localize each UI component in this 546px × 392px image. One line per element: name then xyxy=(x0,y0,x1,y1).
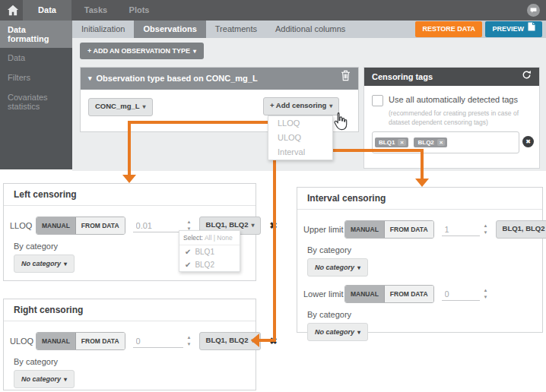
observation-column-select[interactable]: CONC_mg_L▾ xyxy=(88,98,153,116)
observation-column-label: CONC_mg_L xyxy=(95,102,140,110)
uloq-value-input[interactable] xyxy=(133,335,183,348)
upper-limit-label: Upper limit xyxy=(303,225,344,234)
no-category-label: No category xyxy=(21,260,61,267)
tags-option-label: BLQ2 xyxy=(195,261,214,269)
menu-item-interval[interactable]: Interval xyxy=(268,145,332,160)
sidebar-item-data[interactable]: Data xyxy=(0,48,72,68)
from-data-button[interactable]: FROM DATA xyxy=(76,217,125,234)
chevron-down-icon: ▾ xyxy=(64,376,67,383)
lloq-label: LLOQ xyxy=(10,221,36,230)
chevron-down-icon: ▾ xyxy=(193,48,196,55)
no-category-select[interactable]: No category▾ xyxy=(14,254,75,273)
add-censoring-button[interactable]: + Add censoring▾ xyxy=(263,97,339,115)
manual-button[interactable]: MANUAL xyxy=(345,221,385,238)
remove-tag-icon[interactable]: × xyxy=(437,139,446,146)
stepper-down-icon[interactable]: ▼ xyxy=(187,343,192,346)
tags-option-blq2[interactable]: ✔BLQ2 xyxy=(179,258,240,271)
lloq-value-input[interactable] xyxy=(133,220,183,232)
stepper-down-icon[interactable]: ▼ xyxy=(484,231,488,235)
home-icon[interactable] xyxy=(7,5,19,16)
lloq-arrow-line xyxy=(128,121,131,175)
lloq-value-stepper[interactable]: ▲▼ xyxy=(187,220,192,231)
document-icon xyxy=(528,21,535,37)
uloq-arrowhead xyxy=(251,334,259,347)
upper-limit-tags-label: BLQ1, BLQ2 xyxy=(503,224,545,232)
stepper-up-icon[interactable]: ▲ xyxy=(187,336,192,340)
lower-limit-label: Lower limit xyxy=(303,289,344,299)
stepper-down-icon[interactable]: ▼ xyxy=(484,296,488,299)
tab-tasks[interactable]: Tasks xyxy=(76,0,116,21)
observation-type-title: Observation type based on CONC_mg_L xyxy=(97,68,336,90)
manual-button[interactable]: MANUAL xyxy=(37,217,76,234)
sidebar-item-covariates-statistics[interactable]: Covariates statistics xyxy=(0,87,72,116)
upper-limit-row: Upper limit MANUALFROM DATA ▲▼ BLQ1, BLQ… xyxy=(303,220,536,239)
tags-option-blq1[interactable]: ✔BLQ1 xyxy=(179,245,240,258)
restore-data-button[interactable]: RESTORE DATA xyxy=(415,21,482,37)
lower-limit-value-input[interactable] xyxy=(442,288,480,301)
select-label: Select: xyxy=(183,234,203,242)
censoring-tags-header: Censoring tags xyxy=(364,68,539,86)
delete-trash-icon[interactable] xyxy=(341,68,351,90)
tags-option-label: BLQ1 xyxy=(195,248,214,256)
tab-data[interactable]: Data xyxy=(23,0,71,21)
remove-tag-icon[interactable]: × xyxy=(398,139,406,146)
tab-initialization[interactable]: Initialization xyxy=(72,21,134,38)
manual-button[interactable]: MANUAL xyxy=(345,286,385,302)
chevron-down-icon: ▾ xyxy=(329,103,332,109)
no-category-label: No category xyxy=(315,264,354,271)
feedback-bubble-icon[interactable] xyxy=(527,4,540,17)
interval-arrow-line xyxy=(421,149,424,179)
uloq-row: ULOQ MANUALFROM DATA ▲▼ BLQ1, BLQ2▾ ✖ xyxy=(10,332,249,350)
interval-censoring-body: Upper limit MANUALFROM DATA ▲▼ BLQ1, BLQ… xyxy=(297,210,542,349)
collapse-caret-icon[interactable]: ▾ xyxy=(88,68,92,90)
censoring-tags-hint: (recommended for creating presets in cas… xyxy=(389,109,527,128)
menu-item-lloq[interactable]: LLOQ xyxy=(268,116,332,131)
no-category-select[interactable]: No category▾ xyxy=(14,370,75,388)
no-category-select[interactable]: No category▾ xyxy=(307,323,368,341)
tab-additional-columns[interactable]: Additional columns xyxy=(266,21,354,38)
uloq-value-stepper[interactable]: ▲▼ xyxy=(187,336,192,346)
no-category-select[interactable]: No category▾ xyxy=(307,258,368,277)
tab-treatments[interactable]: Treatments xyxy=(206,21,266,38)
tags-dropdown-select-header: Select: All | None xyxy=(179,231,240,245)
menu-item-uloq[interactable]: ULOQ xyxy=(268,131,332,145)
stepper-up-icon[interactable]: ▲ xyxy=(484,224,488,228)
add-observation-type-button[interactable]: + ADD AN OBSERVATION TYPE▾ xyxy=(80,43,204,59)
lower-limit-stepper[interactable]: ▲▼ xyxy=(484,289,488,299)
from-data-button[interactable]: FROM DATA xyxy=(385,221,433,238)
censoring-tags-body: Use all automatically detected tags (rec… xyxy=(364,86,539,166)
use-detected-tags-checkbox[interactable] xyxy=(372,95,383,106)
lower-limit-source-toggle: MANUALFROM DATA xyxy=(344,285,434,303)
uloq-arrow-line xyxy=(259,339,276,342)
checkmark-icon: ✔ xyxy=(185,248,191,256)
mouse-cursor-hand-icon xyxy=(332,111,348,134)
tab-observations[interactable]: Observations xyxy=(134,21,205,38)
chevron-down-icon: ▾ xyxy=(64,261,67,267)
clear-tags-button[interactable]: ✖ xyxy=(522,136,534,147)
upper-limit-stepper[interactable]: ▲▼ xyxy=(484,224,488,235)
tab-plots[interactable]: Plots xyxy=(120,0,158,21)
from-data-button[interactable]: FROM DATA xyxy=(385,286,433,302)
sidebar-item-filters[interactable]: Filters xyxy=(0,68,72,87)
by-category-label: By category xyxy=(14,357,249,366)
sidebar-item-data-formatting[interactable]: Data formatting xyxy=(0,21,72,48)
select-none-link[interactable]: None xyxy=(217,234,232,242)
right-censoring-title: Right censoring xyxy=(4,299,256,321)
upper-limit-tags-select[interactable]: BLQ1, BLQ2▾ xyxy=(496,220,546,239)
refresh-icon[interactable] xyxy=(522,68,532,86)
upper-limit-value-input[interactable] xyxy=(442,223,480,236)
sidebar: Data formatting Data Filters Covariates … xyxy=(0,21,72,169)
chevron-down-icon: ▾ xyxy=(357,329,360,336)
tag-chip-label: BLQ1 xyxy=(379,139,395,146)
right-censoring-panel: Right censoring ULOQ MANUALFROM DATA ▲▼ … xyxy=(3,299,256,390)
observation-type-header[interactable]: ▾ Observation type based on CONC_mg_L xyxy=(81,68,358,90)
stepper-up-icon[interactable]: ▲ xyxy=(187,220,192,224)
select-all-link[interactable]: All xyxy=(205,234,211,242)
from-data-button[interactable]: FROM DATA xyxy=(76,333,125,349)
uloq-arrow-line xyxy=(273,131,276,342)
manual-button[interactable]: MANUAL xyxy=(37,333,76,349)
chevron-down-icon: ▾ xyxy=(251,222,254,229)
stepper-up-icon[interactable]: ▲ xyxy=(484,289,488,292)
preview-button[interactable]: PREVIEW xyxy=(485,21,542,37)
by-category-label: By category xyxy=(307,310,536,319)
